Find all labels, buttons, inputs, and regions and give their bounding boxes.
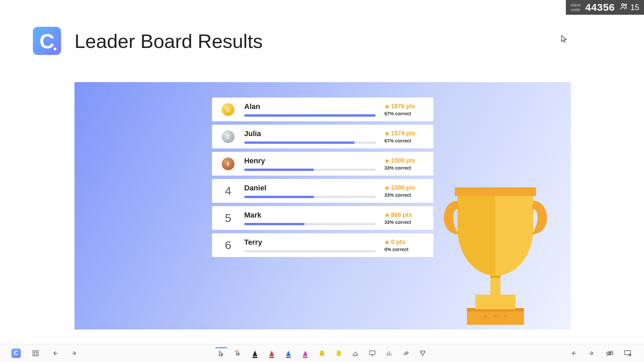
star-icon: ★ — [384, 130, 390, 137]
class-label-bottom: code — [571, 7, 581, 12]
back-button[interactable] — [568, 347, 580, 359]
player-name: Terry — [244, 238, 376, 247]
row-right: ★ 866 pts33% correct — [384, 212, 425, 225]
app-logo: C — [33, 27, 61, 55]
points-label: ★ 1000 pts — [384, 157, 425, 165]
star-icon: ★ — [384, 157, 390, 165]
row-right: ★ 1574 pts67% correct — [384, 130, 425, 143]
correct-label: 67% correct — [384, 138, 425, 143]
rank-cell: 6 — [221, 239, 235, 252]
page-title: Leader Board Results — [74, 30, 263, 52]
svg-point-30 — [629, 354, 631, 356]
gold-medal-icon: 1 — [222, 103, 234, 116]
rank-number: 5 — [225, 212, 231, 225]
star-icon: ★ — [384, 103, 390, 110]
nav-prev-button[interactable] — [49, 347, 61, 359]
highlighter-tool-button[interactable] — [316, 347, 328, 359]
star-icon: ★ — [384, 184, 390, 192]
svg-point-1 — [625, 4, 627, 6]
people-count: 15 — [630, 3, 639, 12]
star-icon: ★ — [384, 239, 390, 246]
presentation-icon[interactable] — [366, 347, 378, 359]
points-label: ★ 0 pts — [384, 239, 425, 246]
row-mid: Terry — [244, 238, 376, 252]
player-name: Mark — [244, 211, 376, 220]
progress-fill — [244, 169, 314, 171]
draw-icon[interactable] — [400, 347, 412, 359]
pen-tool-button[interactable] — [282, 347, 294, 359]
rank-cell: 5 — [221, 212, 235, 225]
progress-bar — [244, 223, 376, 225]
rank-cell: 2 — [221, 130, 235, 143]
silver-medal-icon: 2 — [222, 130, 234, 143]
rank-cell: 4 — [221, 184, 235, 197]
player-name: Julia — [244, 129, 376, 138]
progress-bar — [244, 141, 376, 144]
rank-cell: 3 — [221, 158, 235, 170]
points-label: ★ 1876 pts — [384, 103, 425, 110]
correct-label: 33% correct — [384, 192, 425, 198]
leaderboard-row: 5Mark★ 866 pts33% correct — [212, 206, 433, 230]
leaderboard-row: 1Alan★ 1876 pts67% correct — [212, 98, 433, 121]
row-mid: Henry — [244, 157, 376, 171]
progress-fill — [244, 141, 355, 144]
header: C Leader Board Results — [33, 27, 263, 55]
class-people: 15 — [620, 2, 639, 13]
bottom-toolbar: C — [0, 344, 644, 362]
correct-label: 67% correct — [384, 111, 425, 116]
svg-rect-13 — [33, 354, 35, 356]
highlighter-tool-button[interactable] — [333, 347, 345, 359]
svg-line-28 — [607, 351, 612, 356]
points-label: ★ 1000 pts — [384, 184, 425, 192]
class-label-top: class — [571, 3, 581, 7]
progress-bar — [244, 169, 376, 171]
row-mid: Alan — [244, 102, 376, 117]
rank-number: 6 — [225, 239, 231, 252]
leaderboard-panel: 1Alan★ 1876 pts67% correct2Julia★ 1574 p… — [74, 82, 571, 329]
progress-fill — [244, 114, 376, 117]
row-right: ★ 1000 pts33% correct — [384, 184, 425, 198]
player-name: Henry — [244, 157, 376, 165]
points-label: ★ 1574 pts — [384, 130, 425, 137]
svg-line-15 — [235, 350, 236, 351]
svg-point-0 — [622, 4, 624, 6]
svg-rect-4 — [475, 295, 516, 309]
correct-label: 33% correct — [384, 220, 425, 225]
pen-tool-button[interactable] — [299, 347, 311, 359]
screen-settings-icon[interactable] — [622, 347, 634, 359]
row-right: ★ 0 pts0% correct — [384, 239, 425, 252]
progress-bar — [244, 114, 376, 117]
svg-rect-7 — [455, 187, 536, 196]
class-code-badge: class code 44356 15 — [566, 0, 644, 15]
progress-fill — [244, 223, 305, 225]
class-code-value: 44356 — [585, 2, 615, 13]
trophy-icon — [440, 187, 551, 328]
app-logo-button[interactable]: C — [10, 347, 22, 359]
svg-rect-19 — [370, 351, 375, 354]
row-right: ★ 1876 pts67% correct — [384, 103, 425, 116]
poll-icon[interactable] — [383, 347, 395, 359]
row-right: ★ 1000 pts33% correct — [384, 157, 425, 171]
leaderboard-row: 3Henry★ 1000 pts33% correct — [212, 152, 433, 176]
trophy-tool-icon[interactable] — [417, 347, 429, 359]
pen-tool-button[interactable] — [266, 347, 278, 359]
progress-bar — [244, 196, 376, 198]
laser-tool-button[interactable] — [232, 347, 244, 359]
nav-next-button[interactable] — [68, 347, 80, 359]
people-icon — [620, 2, 628, 13]
eraser-tool-button[interactable] — [350, 347, 362, 359]
player-name: Alan — [244, 102, 376, 111]
svg-line-17 — [238, 350, 239, 351]
progress-fill — [244, 196, 314, 198]
pointer-tool-button[interactable] — [215, 347, 227, 359]
row-mid: Mark — [244, 211, 376, 225]
correct-label: 33% correct — [384, 165, 425, 171]
points-label: ★ 866 pts — [384, 212, 425, 219]
leaderboard-row: 4Daniel★ 1000 pts33% correct — [212, 179, 433, 203]
svg-rect-12 — [36, 351, 38, 353]
class-code-label: class code — [571, 3, 581, 12]
visibility-icon[interactable] — [604, 347, 616, 359]
pen-tool-button[interactable] — [249, 347, 261, 359]
forward-button[interactable] — [586, 347, 598, 359]
grid-icon[interactable] — [30, 347, 42, 359]
